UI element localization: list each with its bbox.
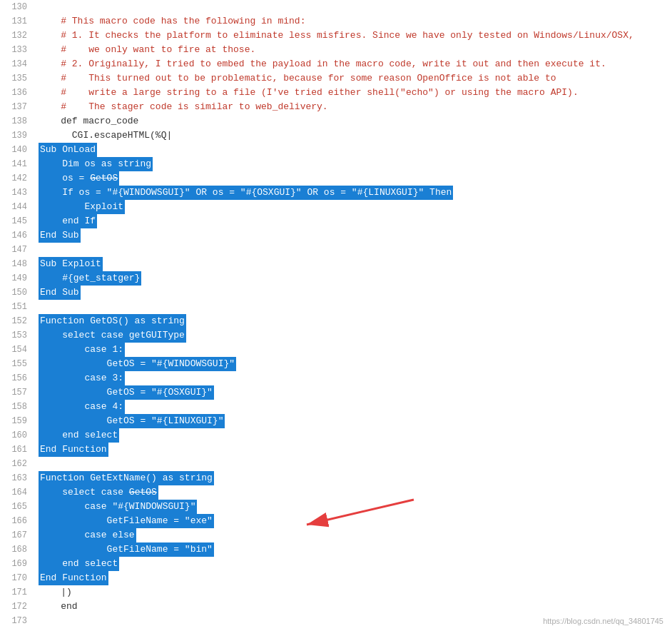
line-number: 158	[0, 400, 36, 414]
line-number: 132	[0, 29, 36, 43]
line-number: 150	[0, 286, 36, 300]
line-number: 159	[0, 414, 36, 428]
line-content: # 2. Originally, I tried to embed the pa…	[36, 57, 672, 71]
line-number: 138	[0, 114, 36, 128]
line-content: end	[36, 600, 672, 614]
line-row: 152Function GetOS() as string	[0, 314, 672, 328]
line-content: If os = "#{WINDOWSGUI}" OR os = "#{OSXGU…	[36, 186, 672, 200]
line-content: select case getGUIType	[36, 328, 672, 343]
line-number: 143	[0, 186, 36, 200]
line-number: 157	[0, 385, 36, 400]
line-row: 165 case "#{WINDOWSGUI}"	[0, 500, 672, 514]
line-number: 170	[0, 571, 36, 585]
line-content: CGI.escapeHTML(%Q|	[36, 128, 672, 143]
line-number: 155	[0, 357, 36, 371]
line-row: 164 select case GetOS	[0, 485, 672, 500]
line-row: 138 def macro_code	[0, 114, 672, 128]
line-content: # we only want to fire at those.	[36, 43, 672, 57]
line-content: select case GetOS	[36, 485, 672, 500]
line-row: 133 # we only want to fire at those.	[0, 43, 672, 57]
line-number: 151	[0, 300, 36, 314]
line-number: 142	[0, 171, 36, 186]
line-content: Sub OnLoad	[36, 143, 672, 157]
line-number: 141	[0, 157, 36, 171]
line-content: GetOS = "#{WINDOWSGUI}"	[36, 357, 672, 371]
line-number: 130	[0, 0, 36, 14]
line-row: 148Sub Exploit	[0, 257, 672, 271]
line-number: 164	[0, 485, 36, 500]
code-container: 130131 # This macro code has the followi…	[0, 0, 672, 631]
line-row: 136 # write a large string to a file (I'…	[0, 86, 672, 100]
line-content: end If	[36, 214, 672, 228]
line-number: 146	[0, 228, 36, 243]
line-row: 141 Dim os as string	[0, 157, 672, 171]
line-number: 145	[0, 214, 36, 228]
line-row: 150End Sub	[0, 286, 672, 300]
line-row: 147	[0, 243, 672, 257]
line-row: 153 select case getGUIType	[0, 328, 672, 343]
line-content: end select	[36, 557, 672, 571]
line-row: 137 # The stager code is similar to web_…	[0, 100, 672, 114]
line-content: GetFileName = "exe"	[36, 514, 672, 528]
line-number: 135	[0, 71, 36, 86]
line-content: case "#{WINDOWSGUI}"	[36, 500, 672, 514]
line-number: 169	[0, 557, 36, 571]
line-content: case else	[36, 528, 672, 542]
line-row: 161End Function	[0, 443, 672, 457]
line-row: 160 end select	[0, 428, 672, 443]
line-content: Function GetExtName() as string	[36, 471, 672, 485]
line-number: 134	[0, 57, 36, 71]
line-number: 167	[0, 528, 36, 542]
line-number: 131	[0, 14, 36, 29]
line-row: 172 end	[0, 600, 672, 614]
line-number: 165	[0, 500, 36, 514]
line-row: 156 case 3:	[0, 371, 672, 385]
line-row: 166 GetFileName = "exe"	[0, 514, 672, 528]
line-row: 144 Exploit	[0, 200, 672, 214]
line-content: Dim os as string	[36, 157, 672, 171]
line-row: 170End Function	[0, 571, 672, 585]
line-number: 139	[0, 128, 36, 143]
line-row: 162	[0, 457, 672, 471]
line-content: os = GetOS	[36, 171, 672, 186]
code-lines: 130131 # This macro code has the followi…	[0, 0, 672, 628]
line-number: 163	[0, 471, 36, 485]
line-row: 151	[0, 300, 672, 314]
line-content: End Function	[36, 443, 672, 457]
line-row: 169 end select	[0, 557, 672, 571]
line-content: Sub Exploit	[36, 257, 672, 271]
line-number: 173	[0, 614, 36, 628]
line-row: 145 end If	[0, 214, 672, 228]
line-content: # 1. It checks the platform to eliminate…	[36, 29, 672, 43]
line-number: 161	[0, 443, 36, 457]
line-row: 158 case 4:	[0, 400, 672, 414]
line-row: 130	[0, 0, 672, 14]
line-number: 168	[0, 542, 36, 557]
line-content: #{get_statger}	[36, 271, 672, 286]
watermark: https://blog.csdn.net/qq_34801745	[543, 617, 663, 625]
line-row: 135 # This turned out to be problematic,…	[0, 71, 672, 86]
line-row: 131 # This macro code has the following …	[0, 14, 672, 29]
line-row: 163Function GetExtName() as string	[0, 471, 672, 485]
line-content: GetOS = "#{LINUXGUI}"	[36, 414, 672, 428]
line-number: 147	[0, 243, 36, 257]
line-number: 154	[0, 343, 36, 357]
line-number: 162	[0, 457, 36, 471]
line-row: 167 case else	[0, 528, 672, 542]
line-content: case 4:	[36, 400, 672, 414]
line-content: End Sub	[36, 228, 672, 243]
line-row: 139 CGI.escapeHTML(%Q|	[0, 128, 672, 143]
line-content: end select	[36, 428, 672, 443]
line-content: # write a large string to a file (I've t…	[36, 86, 672, 100]
line-number: 148	[0, 257, 36, 271]
line-content: End Sub	[36, 286, 672, 300]
line-content: case 3:	[36, 371, 672, 385]
line-row: 171 |)	[0, 585, 672, 600]
line-content: # This macro code has the following in m…	[36, 14, 672, 29]
line-content: # This turned out to be problematic, bec…	[36, 71, 672, 86]
line-content: Function GetOS() as string	[36, 314, 672, 328]
line-content: GetOS = "#{OSXGUI}"	[36, 385, 672, 400]
line-number: 152	[0, 314, 36, 328]
line-row: 168 GetFileName = "bin"	[0, 542, 672, 557]
line-number: 149	[0, 271, 36, 286]
